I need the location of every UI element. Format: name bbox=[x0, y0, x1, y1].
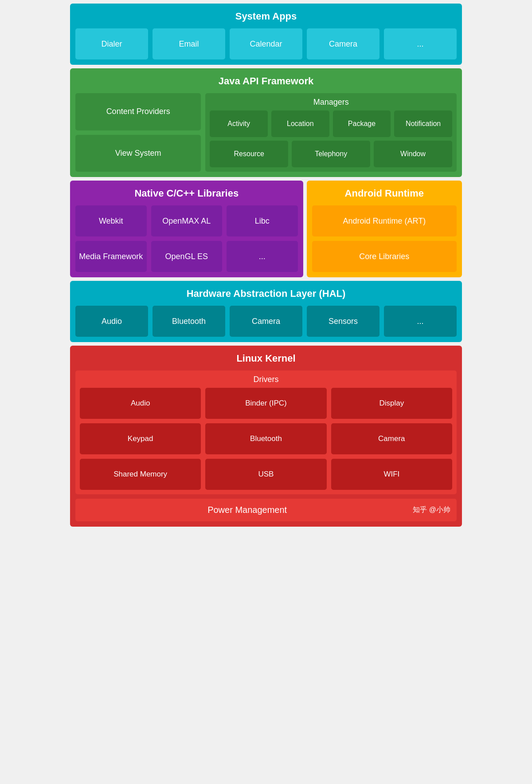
list-item: Android Runtime (ART) bbox=[312, 205, 457, 236]
native-libs-title: Native C/C++ Libraries bbox=[75, 186, 298, 201]
list-item: Bluetooth bbox=[153, 306, 225, 337]
drivers-section: Drivers Audio Binder (IPC) Display Keypa… bbox=[75, 370, 457, 494]
list-item: Webkit bbox=[75, 205, 147, 236]
list-item: OpenGL ES bbox=[151, 241, 223, 272]
list-item: Calendar bbox=[230, 28, 302, 59]
managers-section: Managers Activity Location Package Notif… bbox=[205, 93, 457, 172]
list-item: Core Libraries bbox=[312, 241, 457, 272]
managers-grid-row1: Activity Location Package Notification bbox=[210, 110, 452, 137]
native-runtime-row: Native C/C++ Libraries Webkit OpenMAX AL… bbox=[70, 181, 462, 277]
list-item: Keypad bbox=[80, 423, 201, 454]
native-libs-layer: Native C/C++ Libraries Webkit OpenMAX AL… bbox=[70, 181, 303, 277]
list-item: Libc bbox=[227, 205, 298, 236]
content-providers-box: Content Providers bbox=[75, 93, 201, 130]
list-item: Sensors bbox=[307, 306, 379, 337]
list-item: Bluetooth bbox=[205, 423, 326, 454]
android-runtime-layer: Android Runtime Android Runtime (ART) Co… bbox=[307, 181, 462, 277]
list-item: Activity bbox=[210, 110, 268, 137]
list-item: Notification bbox=[394, 110, 452, 137]
java-api-inner: Content Providers View System Managers A… bbox=[75, 93, 457, 172]
java-api-layer: Java API Framework Content Providers Vie… bbox=[70, 68, 462, 177]
list-item: ... bbox=[384, 306, 457, 337]
hal-grid: Audio Bluetooth Camera Sensors ... bbox=[75, 306, 457, 337]
list-item: OpenMAX AL bbox=[151, 205, 223, 236]
hal-layer: Hardware Abstraction Layer (HAL) Audio B… bbox=[70, 281, 462, 342]
list-item: WIFI bbox=[331, 459, 452, 490]
list-item: Window bbox=[374, 141, 452, 167]
android-runtime-title: Android Runtime bbox=[312, 186, 457, 201]
system-apps-grid: Dialer Email Calendar Camera ... bbox=[75, 28, 457, 59]
java-api-title: Java API Framework bbox=[75, 74, 457, 89]
list-item: Camera bbox=[307, 28, 379, 59]
list-item: Email bbox=[153, 28, 225, 59]
drivers-grid: Audio Binder (IPC) Display Keypad Blueto… bbox=[80, 388, 452, 490]
power-management-label: Power Management bbox=[82, 505, 413, 515]
drivers-title: Drivers bbox=[80, 375, 452, 384]
list-item: Binder (IPC) bbox=[205, 388, 326, 419]
list-item: USB bbox=[205, 459, 326, 490]
view-system-box: View System bbox=[75, 135, 201, 172]
system-apps-title: System Apps bbox=[75, 9, 457, 24]
list-item: Display bbox=[331, 388, 452, 419]
list-item: Shared Memory bbox=[80, 459, 201, 490]
list-item: Camera bbox=[230, 306, 302, 337]
list-item: Camera bbox=[331, 423, 452, 454]
list-item: Audio bbox=[75, 306, 148, 337]
list-item: Location bbox=[271, 110, 329, 137]
list-item: Package bbox=[333, 110, 391, 137]
linux-kernel-title: Linux Kernel bbox=[75, 351, 457, 366]
managers-title: Managers bbox=[210, 98, 452, 107]
hal-title: Hardware Abstraction Layer (HAL) bbox=[75, 286, 457, 301]
managers-grid-row2: Resource Telephony Window bbox=[210, 141, 452, 167]
runtime-grid: Android Runtime (ART) Core Libraries bbox=[312, 205, 457, 272]
native-libs-grid: Webkit OpenMAX AL Libc Media Framework O… bbox=[75, 205, 298, 272]
list-item: ... bbox=[227, 241, 298, 272]
linux-kernel-layer: Linux Kernel Drivers Audio Binder (IPC) … bbox=[70, 346, 462, 527]
list-item: Audio bbox=[80, 388, 201, 419]
java-left: Content Providers View System bbox=[75, 93, 201, 172]
list-item: ... bbox=[384, 28, 457, 59]
system-apps-layer: System Apps Dialer Email Calendar Camera… bbox=[70, 4, 462, 65]
list-item: Resource bbox=[210, 141, 288, 167]
watermark: 知乎 @小帅 bbox=[413, 505, 450, 515]
list-item: Media Framework bbox=[75, 241, 147, 272]
list-item: Telephony bbox=[292, 141, 370, 167]
list-item: Dialer bbox=[75, 28, 148, 59]
power-management-section: Power Management 知乎 @小帅 bbox=[75, 499, 457, 521]
